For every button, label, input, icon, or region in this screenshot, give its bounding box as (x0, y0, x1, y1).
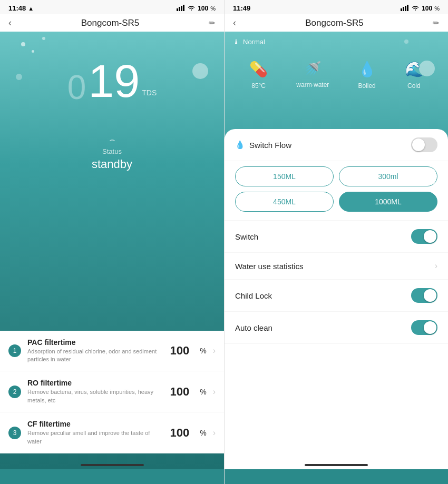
left-edit-button[interactable]: ✏ (209, 18, 216, 28)
filter-desc-2: Remove bacteria, virus, soluble impuriti… (27, 388, 164, 404)
auto-clean-toggle-thumb (424, 321, 436, 334)
right-panel: 11:49 100 % ‹ Bongcom-SR5 ✏ 🌡 Normal (224, 0, 448, 484)
right-status-bar: 11:49 100 % (225, 0, 448, 14)
water-mode-warm[interactable]: 🚿 warm·water (296, 61, 329, 90)
filter-pct-sym-3: % (200, 429, 206, 437)
child-lock-toggle-thumb (424, 289, 436, 302)
device-status-section: ⌢ Status standby (0, 134, 224, 171)
left-nav-title: Bongcom-SR5 (12, 18, 209, 28)
boiled-water-label: Boiled (358, 82, 375, 90)
right-edit-button[interactable]: ✏ (433, 18, 440, 28)
location-icon: ▲ (28, 5, 34, 12)
bubble-1 (21, 42, 25, 46)
signal-icon (177, 5, 185, 12)
switch-row[interactable]: Switch (225, 221, 448, 253)
status-label: Status (102, 147, 122, 155)
tds-zero: 0 (67, 71, 86, 104)
svg-rect-6 (405, 6, 406, 11)
cold-water-label: Cold (407, 82, 421, 90)
left-status-bar: 11:48 ▲ 100 % (0, 0, 224, 14)
wave-icon: ⌢ (109, 134, 115, 145)
vol-btn-450ml[interactable]: 450ML (235, 192, 334, 212)
battery-text: 100 (198, 5, 208, 12)
water-stats-row[interactable]: Water use statistics › (225, 253, 448, 280)
volume-grid: 150ML 300ml 450ML 1000ML (225, 161, 448, 221)
water-mode-cold[interactable]: 🌊 Cold (405, 61, 423, 90)
left-panel: 11:48 ▲ 100 % ‹ Bongcom-SR5 ✏ 0 (0, 0, 224, 484)
filter-name-3: CF filtertime (27, 420, 164, 428)
switch-flow-toggle[interactable] (411, 137, 437, 152)
filter-pct-sym-1: % (200, 347, 206, 355)
temp-text: Normal (243, 38, 265, 46)
bubble-5 (42, 37, 45, 40)
auto-clean-row[interactable]: Auto clean (225, 312, 448, 344)
right-time: 11:49 (233, 4, 250, 12)
filter-item-2[interactable]: 2 RO filtertime Remove bacteria, virus, … (0, 371, 224, 412)
svg-rect-3 (183, 5, 184, 11)
filter-pct-sym-2: % (200, 388, 206, 396)
right-battery-sym: % (434, 5, 440, 12)
left-time: 11:48 ▲ (8, 4, 34, 12)
filter-info-1: PAC filtertime Adsorption of residual ch… (27, 338, 164, 364)
tds-label: TDS (142, 88, 157, 97)
tds-display: 0 19 TDS (0, 58, 224, 104)
vol-btn-300ml[interactable]: 300ml (339, 166, 437, 186)
svg-rect-7 (407, 5, 408, 11)
filter-item-3[interactable]: 3 CF filtertime Remove peculiar smell an… (0, 412, 224, 453)
svg-rect-5 (403, 7, 404, 11)
filter-num-3: 3 (8, 427, 21, 439)
vol-btn-1000ml[interactable]: 1000ML (339, 192, 437, 212)
warm-water-label: warm·water (296, 81, 329, 88)
svg-rect-1 (179, 7, 180, 11)
switch-flow-label: 💧 Switch Flow (235, 140, 291, 150)
status-value: standby (92, 157, 132, 171)
svg-rect-2 (181, 6, 182, 11)
left-nav-bar: ‹ Bongcom-SR5 ✏ (0, 14, 224, 32)
filter-info-2: RO filtertime Remove bacteria, virus, so… (27, 379, 164, 404)
switch-toggle-thumb (424, 230, 436, 243)
settings-content: 💧 Switch Flow 150ML 300ml 450ML 1000ML S… (225, 129, 448, 469)
right-panel-content: 🌡 Normal 💊 85°C 🚿 warm·water 💧 Boiled 🌊 … (225, 32, 448, 469)
child-lock-label: Child Lock (235, 291, 272, 300)
switch-flow-icon: 💧 (235, 140, 245, 150)
auto-clean-label: Auto clean (235, 323, 272, 332)
switch-label: Switch (235, 232, 258, 241)
svg-rect-4 (401, 8, 402, 11)
switch-flow-toggle-thumb (412, 139, 425, 151)
tds-number: 19 (88, 58, 140, 104)
wifi-icon (187, 5, 196, 12)
boiled-water-icon: 💧 (358, 61, 376, 78)
filter-num-1: 1 (8, 344, 21, 357)
filter-chevron-2: › (213, 387, 216, 397)
water-mode-boiled[interactable]: 💧 Boiled (358, 61, 376, 90)
filter-desc-1: Adsorption of residual chlorine, odor an… (27, 348, 164, 364)
warm-water-icon: 🚿 (304, 61, 321, 77)
temp-label: 🌡 Normal (233, 38, 265, 46)
right-nav-bar: ‹ Bongcom-SR5 ✏ (225, 14, 448, 32)
water-mode-hot[interactable]: 💊 85°C (249, 61, 268, 90)
filter-list: 1 PAC filtertime Adsorption of residual … (0, 331, 224, 453)
filter-pct-1: 100 (170, 344, 190, 358)
filter-item-1[interactable]: 1 PAC filtertime Adsorption of residual … (0, 331, 224, 372)
right-status-icons: 100 % (401, 5, 440, 12)
child-lock-toggle[interactable] (411, 288, 437, 303)
right-home-indicator (305, 464, 368, 466)
filter-num-2: 2 (8, 386, 21, 398)
child-lock-row[interactable]: Child Lock (225, 280, 448, 312)
filter-desc-3: Remove peculiar smell and improve the ta… (27, 429, 164, 446)
water-stats-chevron: › (435, 261, 437, 271)
auto-clean-toggle[interactable] (411, 320, 437, 335)
water-modes: 💊 85°C 🚿 warm·water 💧 Boiled 🌊 Cold (225, 61, 448, 90)
right-battery-text: 100 (422, 5, 432, 12)
filter-pct-2: 100 (170, 385, 190, 399)
thermometer-icon: 🌡 (233, 38, 240, 46)
battery-icon: % (210, 5, 216, 12)
svg-rect-0 (177, 8, 178, 11)
left-time-text: 11:48 (8, 4, 26, 12)
water-stats-label: Water use statistics (235, 262, 303, 271)
filter-pct-3: 100 (170, 426, 190, 440)
switch-toggle[interactable] (411, 229, 437, 244)
filter-name-1: PAC filtertime (27, 338, 164, 347)
vol-btn-150ml[interactable]: 150ML (235, 166, 334, 186)
switch-flow-row[interactable]: 💧 Switch Flow (225, 129, 448, 161)
